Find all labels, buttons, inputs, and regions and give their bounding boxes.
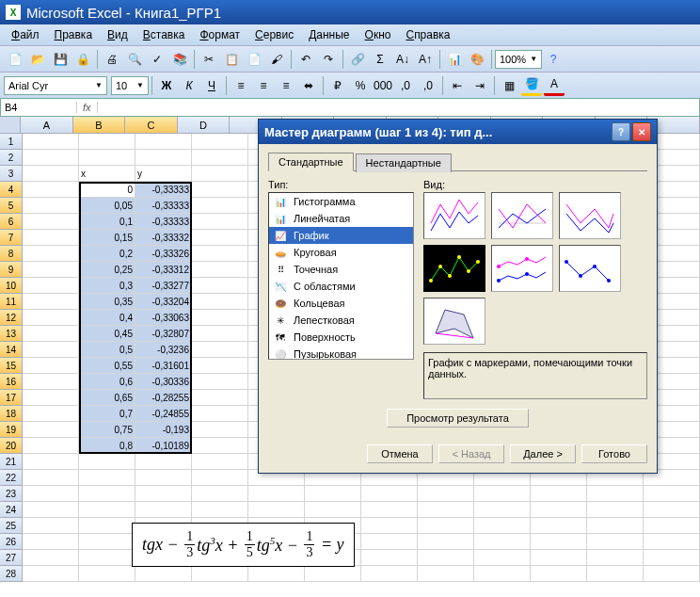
cell[interactable]: 0,15 [79,230,135,246]
cell[interactable]: 0,65 [79,390,135,406]
cell[interactable]: -0,33063 [135,310,192,326]
underline-icon[interactable]: Ч [201,75,222,96]
cell[interactable] [23,214,79,230]
cell[interactable] [192,278,248,294]
currency-icon[interactable]: ₽ [327,75,348,96]
cell[interactable] [418,566,474,582]
cell[interactable] [644,534,700,550]
cell[interactable] [135,486,192,502]
row-header-4[interactable]: 4 [0,182,23,198]
cell[interactable] [79,534,135,550]
cell[interactable]: -0,33333 [135,214,192,230]
row-header-21[interactable]: 21 [0,454,23,470]
chart-type-Поверхность[interactable]: 🗺Поверхность [269,329,413,346]
cell[interactable]: -0,33277 [135,278,192,294]
row-header-25[interactable]: 25 [0,518,23,534]
cell[interactable] [192,198,248,214]
cell[interactable] [79,566,135,582]
cell[interactable] [644,550,700,566]
hyperlink-icon[interactable]: 🔗 [347,49,368,70]
font-color-icon[interactable]: A [544,75,565,96]
cell[interactable] [192,502,248,518]
menu-справка[interactable]: Справка [398,26,457,43]
cell[interactable] [79,486,135,502]
next-button[interactable]: Далее > [510,444,576,463]
row-header-10[interactable]: 10 [0,278,23,294]
menu-вставка[interactable]: Вставка [135,26,193,43]
font-combo[interactable]: Arial Cyr▼ [4,76,107,95]
cell[interactable] [23,470,79,486]
chart-type-list[interactable]: 📊Гистограмма📊Линейчатая📈График🥧Круговая⠿… [268,192,414,360]
cell[interactable] [531,534,587,550]
menu-вид[interactable]: Вид [100,26,135,43]
inc-decimal-icon[interactable]: ,0 [395,75,416,96]
cell[interactable] [192,134,248,150]
cell[interactable] [418,550,474,566]
cell[interactable] [361,518,418,534]
fill-color-icon[interactable]: 🪣 [521,75,542,96]
col-header-C[interactable]: C [125,117,178,134]
tab-1[interactable]: Нестандартные [356,153,452,172]
borders-icon[interactable]: ▦ [499,75,519,96]
cell[interactable] [79,502,135,518]
row-header-26[interactable]: 26 [0,534,23,550]
cell[interactable] [192,406,248,422]
percent-icon[interactable]: % [350,75,371,96]
menu-формат[interactable]: Формат [192,26,247,43]
cell[interactable] [79,550,135,566]
save-icon[interactable]: 💾 [50,49,71,70]
cell[interactable] [23,406,79,422]
cell[interactable] [79,470,135,486]
cell[interactable] [192,182,248,198]
row-header-12[interactable]: 12 [0,310,23,326]
cell[interactable]: -0,33312 [135,262,192,278]
cell[interactable]: -0,3236 [135,342,192,358]
align-center-icon[interactable]: ≡ [253,75,274,96]
cell[interactable] [23,518,79,534]
cell[interactable] [192,310,248,326]
cell[interactable] [23,566,79,582]
cell[interactable] [192,422,248,438]
align-right-icon[interactable]: ≡ [276,75,296,96]
cell[interactable] [23,534,79,550]
cell[interactable] [587,486,644,502]
cell[interactable] [361,486,418,502]
chart-subtype-6[interactable] [423,298,485,345]
menu-данные[interactable]: Данные [301,26,357,43]
cell[interactable] [474,550,531,566]
zoom-combo[interactable]: 100%▼ [495,50,542,69]
chart-type-Лепестковая[interactable]: ✳Лепестковая [269,312,413,329]
chart-type-С областями[interactable]: 📉С областями [269,278,413,295]
cell[interactable] [531,502,587,518]
open-icon[interactable]: 📂 [27,49,48,70]
cell[interactable] [418,486,474,502]
cell[interactable] [192,326,248,342]
row-header-3[interactable]: 3 [0,166,23,182]
cell[interactable] [135,566,192,582]
cell[interactable]: -0,33333 [135,182,192,198]
cell[interactable]: 0,45 [79,326,135,342]
cell[interactable] [305,566,361,582]
chart-type-График[interactable]: 📈График [269,227,413,244]
chart-type-Пузырьковая[interactable]: ⚪Пузырьковая [269,346,413,360]
row-header-15[interactable]: 15 [0,358,23,374]
cell[interactable] [192,230,248,246]
row-header-23[interactable]: 23 [0,486,23,502]
drawing-icon[interactable]: 🎨 [467,49,487,70]
cell[interactable] [474,486,531,502]
format-painter-icon[interactable]: 🖌 [266,49,287,70]
cell[interactable] [305,502,361,518]
cell[interactable] [135,150,192,166]
cell[interactable] [23,246,79,262]
menu-сервис[interactable]: Сервис [247,26,301,43]
cell[interactable] [248,486,305,502]
cell[interactable] [135,470,192,486]
cell[interactable] [531,518,587,534]
cell[interactable] [531,566,587,582]
cell[interactable] [23,294,79,310]
cell[interactable]: -0,193 [135,422,192,438]
cell[interactable] [23,454,79,470]
cell[interactable]: -0,10189 [135,438,192,454]
cell[interactable]: -0,30336 [135,374,192,390]
row-header-2[interactable]: 2 [0,150,23,166]
